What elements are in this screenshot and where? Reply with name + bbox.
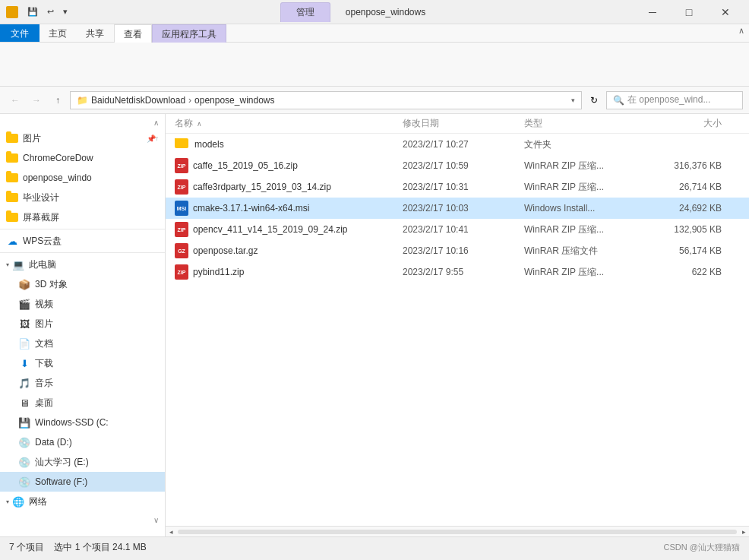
file-size: 26,714 KB (646, 182, 722, 192)
sidebar-item-computer[interactable]: ▾ 💻 此电脑 (0, 255, 165, 274)
sidebar-item-drive-f[interactable]: 💿 Software (F:) (0, 472, 165, 492)
sidebar-item-screenshot[interactable]: 屏幕截屏 (0, 207, 165, 227)
back-button[interactable]: ← (6, 91, 24, 109)
file-type: WinRAR 压缩文件 (524, 245, 646, 258)
file-size: 316,376 KB (646, 160, 722, 171)
file-name: ZIP opencv_411_v14_15_2019_09_24.zip (175, 222, 403, 237)
downloads-icon: ⬇ (18, 357, 30, 369)
refresh-button[interactable]: ↻ (585, 91, 603, 109)
h-scroll-track[interactable] (178, 530, 737, 534)
up-button[interactable]: ↑ (49, 91, 67, 109)
ribbon-collapse-btn[interactable]: ∧ (734, 24, 749, 42)
sidebar-label-docs: 文档 (35, 337, 53, 350)
file-row[interactable]: ZIP caffe3rdparty_15_2019_03_14.zip 2023… (166, 176, 749, 198)
h-scroll-right[interactable]: ▸ (738, 527, 749, 537)
close-button[interactable]: ✕ (708, 1, 743, 24)
sidebar-item-drive-c[interactable]: 💾 Windows-SSD (C: (0, 413, 165, 432)
file-name: models (175, 138, 403, 150)
col-header-name[interactable]: 名称 ∧ (175, 117, 403, 130)
path-root[interactable]: BaiduNetdiskDownload (91, 95, 185, 106)
sidebar-label-chrome: ChromeCoreDow (23, 153, 93, 163)
address-path[interactable]: 📁 BaiduNetdiskDownload › openpose_window… (70, 91, 582, 109)
tab-home[interactable]: 主页 (40, 24, 77, 42)
file-type: WinRAR ZIP 压缩... (524, 223, 646, 236)
expand-icon-network[interactable]: ▾ (6, 498, 9, 505)
path-dropdown-icon[interactable]: ▾ (571, 96, 575, 104)
drive-c-icon: 💾 (18, 416, 30, 429)
sidebar-quickaccess-header: ∧ (0, 114, 165, 128)
file-name: ZIP caffe_15_2019_05_16.zip (175, 158, 403, 173)
title-bar-right: ─ □ ✕ (635, 1, 743, 24)
expand-icon-computer[interactable]: ▾ (6, 261, 9, 268)
zip-icon: ZIP (175, 264, 188, 280)
restore-button[interactable]: □ (672, 1, 706, 24)
title-bar-center: 管理 openpose_windows (71, 2, 635, 22)
file-name: GZ openpose.tar.gz (175, 243, 403, 258)
sidebar-item-docs[interactable]: 📄 文档 (0, 334, 165, 353)
tab-file[interactable]: 文件 (0, 24, 40, 42)
file-type: Windows Install... (524, 203, 646, 214)
file-row[interactable]: ZIP pybind11.zip 2023/2/17 9:55 WinRAR Z… (166, 261, 749, 283)
zip-icon: ZIP (175, 222, 188, 237)
music-icon: 🎵 (18, 377, 30, 389)
col-header-date[interactable]: 修改日期 (403, 117, 524, 130)
sidebar-item-network[interactable]: ▾ 🌐 网络 (0, 492, 165, 511)
tab-view[interactable]: 查看 (114, 24, 152, 43)
file-date: 2023/2/17 10:16 (403, 245, 524, 256)
address-icon: 📁 (77, 95, 88, 106)
sidebar-scroll-up[interactable]: ∧ (153, 119, 159, 127)
sidebar-item-3d[interactable]: 📦 3D 对象 (0, 274, 165, 294)
drive-e-icon: 💿 (18, 456, 30, 468)
sidebar-label-drive-e: 汕大学习 (E:) (35, 456, 89, 469)
sidebar-item-video[interactable]: 🎬 视频 (0, 294, 165, 314)
sidebar-item-pictures[interactable]: 图片 📌 ↑ (0, 128, 165, 148)
quick-access-undo[interactable]: ↩ (44, 5, 57, 18)
h-scroll-left[interactable]: ◂ (166, 527, 176, 537)
sidebar-item-wps[interactable]: ☁ WPS云盘 (0, 231, 165, 251)
sidebar: ∧ 图片 📌 ↑ ChromeCoreDow openpose_windo (0, 114, 166, 536)
sidebar-item-chrome[interactable]: ChromeCoreDow (0, 148, 165, 168)
tab-manage[interactable]: 管理 (280, 2, 330, 22)
path-child[interactable]: openpose_windows (194, 95, 274, 106)
file-type: WinRAR ZIP 压缩... (524, 266, 646, 279)
sidebar-item-mypictures[interactable]: 🖼 图片 (0, 314, 165, 334)
sidebar-item-desktop[interactable]: 🖥 桌面 (0, 393, 165, 413)
file-row[interactable]: ZIP caffe_15_2019_05_16.zip 2023/2/17 10… (166, 155, 749, 176)
file-row[interactable]: models 2023/2/17 10:27 文件夹 (166, 134, 749, 155)
file-size: 622 KB (646, 267, 722, 277)
sidebar-label-computer: 此电脑 (29, 258, 56, 271)
col-header-size[interactable]: 大小 (646, 117, 722, 130)
docs-icon: 📄 (18, 337, 30, 350)
sidebar-item-music[interactable]: 🎵 音乐 (0, 373, 165, 393)
forward-button[interactable]: → (27, 91, 46, 109)
quick-access-save[interactable]: 💾 (24, 5, 41, 18)
pin-icon[interactable]: 📌 (147, 134, 156, 143)
ribbon: 文件 主页 共享 查看 应用程序工具 ∧ (0, 24, 749, 87)
file-date: 2023/2/17 10:31 (403, 182, 524, 192)
file-row[interactable]: MSI cmake-3.17.1-win64-x64.msi 2023/2/17… (166, 198, 749, 219)
tab-app-tools[interactable]: 应用程序工具 (152, 24, 226, 43)
sidebar-label-wps: WPS云盘 (23, 235, 62, 248)
file-date: 2023/2/17 10:59 (403, 160, 524, 171)
sidebar-item-graduation[interactable]: 毕业设计 (0, 188, 165, 207)
file-size: 24,692 KB (646, 203, 722, 214)
video-icon: 🎬 (18, 298, 30, 310)
scroll-up-icon[interactable]: ↑ (156, 134, 160, 142)
search-box[interactable]: 🔍 在 openpose_wind... (606, 91, 743, 109)
column-headers: 名称 ∧ 修改日期 类型 大小 (166, 114, 749, 134)
sidebar-item-drive-e[interactable]: 💿 汕大学习 (E:) (0, 452, 165, 472)
file-row[interactable]: ZIP opencv_411_v14_15_2019_09_24.zip 202… (166, 219, 749, 240)
sidebar-item-openpose[interactable]: openpose_windo (0, 168, 165, 188)
file-row[interactable]: GZ openpose.tar.gz 2023/2/17 10:16 WinRA… (166, 240, 749, 261)
tab-share[interactable]: 共享 (77, 24, 114, 42)
ribbon-content (0, 43, 749, 86)
sidebar-label-drive-d: Data (D:) (35, 437, 72, 448)
quick-access-down[interactable]: ▾ (60, 5, 71, 18)
sidebar-item-downloads[interactable]: ⬇ 下载 (0, 353, 165, 373)
col-header-type[interactable]: 类型 (524, 117, 646, 130)
minimize-button[interactable]: ─ (635, 1, 670, 24)
file-date: 2023/2/17 10:27 (403, 139, 524, 150)
sidebar-scroll-down[interactable]: ∨ (153, 516, 159, 524)
sidebar-item-drive-d[interactable]: 💿 Data (D:) (0, 432, 165, 452)
sidebar-label-drive-c: Windows-SSD (C: (35, 417, 109, 428)
